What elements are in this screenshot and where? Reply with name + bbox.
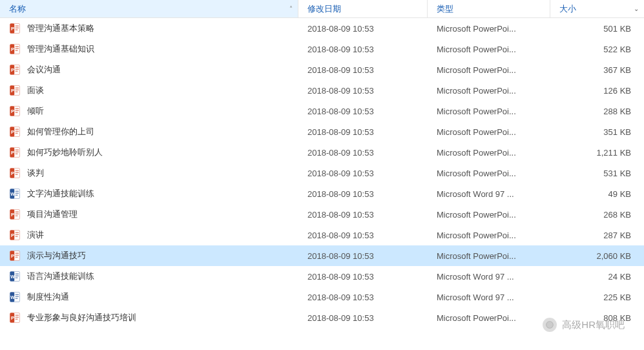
file-row[interactable]: P 专业形象与良好沟通技巧培训 2018-08-09 10:53 Microso…: [0, 307, 644, 328]
svg-rect-76: [16, 276, 19, 277]
file-row[interactable]: P 管理沟通基础知识 2018-08-09 10:53 Microsoft Po…: [0, 39, 644, 59]
svg-text:W: W: [10, 192, 15, 196]
powerpoint-file-icon: P: [9, 126, 21, 138]
word-file-icon: W: [9, 188, 21, 200]
svg-rect-58: [16, 214, 19, 215]
file-size-cell: 126 KB: [550, 86, 644, 96]
svg-rect-51: [16, 191, 19, 192]
file-name-label: 如何管理你的上司: [27, 126, 94, 138]
svg-text:P: P: [11, 253, 14, 259]
svg-rect-75: [16, 274, 19, 275]
svg-text:P: P: [11, 108, 14, 114]
svg-rect-71: [16, 257, 18, 258]
column-header-size[interactable]: 大小 ⌄: [550, 0, 644, 17]
file-name-cell: W 制度性沟通: [0, 291, 298, 303]
file-name-cell: P 会议沟通: [0, 64, 298, 76]
file-row[interactable]: P 演示与沟通技巧 2018-08-09 10:53 Microsoft Pow…: [0, 245, 644, 266]
svg-rect-35: [16, 133, 18, 134]
svg-rect-21: [16, 88, 19, 89]
file-name-cell: P 谈判: [0, 167, 298, 179]
powerpoint-file-icon: P: [9, 250, 21, 262]
powerpoint-file-icon: P: [9, 23, 21, 34]
powerpoint-file-icon: P: [9, 312, 21, 324]
svg-rect-22: [16, 90, 19, 91]
svg-rect-39: [16, 150, 19, 151]
file-size-cell: 351 KB: [550, 127, 644, 137]
svg-rect-82: [16, 296, 19, 298]
svg-rect-47: [16, 174, 18, 176]
svg-rect-40: [16, 152, 19, 153]
file-type-cell: Microsoft PowerPoi...: [428, 65, 550, 75]
column-header-date[interactable]: 修改日期: [298, 0, 428, 17]
svg-rect-16: [16, 69, 19, 70]
file-type-cell: Microsoft PowerPoi...: [428, 231, 550, 240]
svg-text:P: P: [11, 150, 14, 156]
svg-text:P: P: [11, 232, 14, 238]
file-name-cell: P 演讲: [0, 229, 298, 241]
file-size-cell: 287 KB: [550, 231, 644, 240]
file-type-cell: Microsoft PowerPoi...: [428, 45, 550, 54]
svg-rect-59: [16, 216, 18, 217]
file-row[interactable]: W 语言沟通技能训练 2018-08-09 10:53 Microsoft Wo…: [0, 266, 644, 287]
file-date-cell: 2018-08-09 10:53: [298, 169, 428, 178]
file-row[interactable]: W 制度性沟通 2018-08-09 10:53 Microsoft Word …: [0, 287, 644, 307]
file-name-cell: P 如何巧妙地聆听别人: [0, 147, 298, 158]
svg-rect-69: [16, 253, 19, 254]
file-type-cell: Microsoft PowerPoi...: [428, 148, 550, 158]
svg-rect-88: [16, 317, 19, 318]
svg-text:P: P: [11, 170, 14, 176]
svg-rect-63: [16, 232, 19, 234]
file-row[interactable]: P 面谈 2018-08-09 10:53 Microsoft PowerPoi…: [0, 80, 644, 101]
file-row[interactable]: P 倾听 2018-08-09 10:53 Microsoft PowerPoi…: [0, 101, 644, 121]
svg-text:P: P: [11, 46, 14, 52]
file-size-cell: 225 KB: [550, 293, 644, 302]
file-date-cell: 2018-08-09 10:53: [298, 272, 428, 282]
file-row[interactable]: P 管理沟通基本策略 2018-08-09 10:53 Microsoft Po…: [0, 18, 644, 39]
svg-rect-87: [16, 315, 19, 316]
column-header-name-label: 名称: [9, 3, 26, 15]
file-name-cell: P 演示与沟通技巧: [0, 250, 298, 262]
svg-text:P: P: [11, 26, 14, 32]
file-row[interactable]: P 演讲 2018-08-09 10:53 Microsoft PowerPoi…: [0, 225, 644, 245]
file-name-label: 演示与沟通技巧: [27, 250, 86, 262]
file-name-label: 倾听: [27, 105, 44, 117]
file-type-cell: Microsoft PowerPoi...: [428, 251, 550, 261]
svg-text:P: P: [11, 88, 14, 94]
chevron-down-icon: ⌄: [634, 5, 639, 12]
file-type-cell: Microsoft Word 97 ...: [428, 189, 550, 199]
column-header-type[interactable]: 类型: [428, 0, 550, 17]
file-row[interactable]: P 会议沟通 2018-08-09 10:53 Microsoft PowerP…: [0, 59, 644, 80]
svg-rect-64: [16, 234, 19, 236]
file-name-label: 语言沟通技能训练: [27, 271, 94, 282]
svg-rect-41: [16, 154, 18, 155]
file-date-cell: 2018-08-09 10:53: [298, 313, 428, 323]
file-name-label: 制度性沟通: [27, 291, 69, 303]
svg-rect-11: [16, 50, 18, 52]
file-row[interactable]: P 如何巧妙地聆听别人 2018-08-09 10:53 Microsoft P…: [0, 142, 644, 163]
file-type-cell: Microsoft PowerPoi...: [428, 86, 550, 96]
svg-text:P: P: [11, 212, 14, 218]
svg-rect-83: [16, 298, 18, 300]
file-name-cell: P 项目沟通管理: [0, 209, 298, 220]
file-row[interactable]: P 谈判 2018-08-09 10:53 Microsoft PowerPoi…: [0, 163, 644, 183]
file-type-cell: Microsoft PowerPoi...: [428, 210, 550, 220]
file-row[interactable]: P 如何管理你的上司 2018-08-09 10:53 Microsoft Po…: [0, 121, 644, 142]
file-date-cell: 2018-08-09 10:53: [298, 148, 428, 158]
file-name-label: 会议沟通: [27, 64, 61, 76]
file-name-cell: P 管理沟通基本策略: [0, 23, 298, 34]
file-size-cell: 24 KB: [550, 272, 644, 282]
file-date-cell: 2018-08-09 10:53: [298, 210, 428, 220]
file-date-cell: 2018-08-09 10:53: [298, 231, 428, 240]
file-row[interactable]: W 文字沟通技能训练 2018-08-09 10:53 Microsoft Wo…: [0, 183, 644, 204]
file-type-cell: Microsoft PowerPoi...: [428, 107, 550, 116]
column-header-name[interactable]: 名称 ˄: [0, 0, 298, 17]
file-date-cell: 2018-08-09 10:53: [298, 45, 428, 54]
file-type-cell: Microsoft PowerPoi...: [428, 169, 550, 178]
sort-indicator-icon: ˄: [289, 5, 293, 12]
svg-rect-3: [16, 26, 19, 27]
svg-rect-4: [16, 28, 19, 29]
file-row[interactable]: P 项目沟通管理 2018-08-09 10:53 Microsoft Powe…: [0, 204, 644, 225]
column-header-type-label: 类型: [437, 3, 453, 15]
file-name-label: 面谈: [27, 85, 44, 96]
powerpoint-file-icon: P: [9, 209, 21, 220]
